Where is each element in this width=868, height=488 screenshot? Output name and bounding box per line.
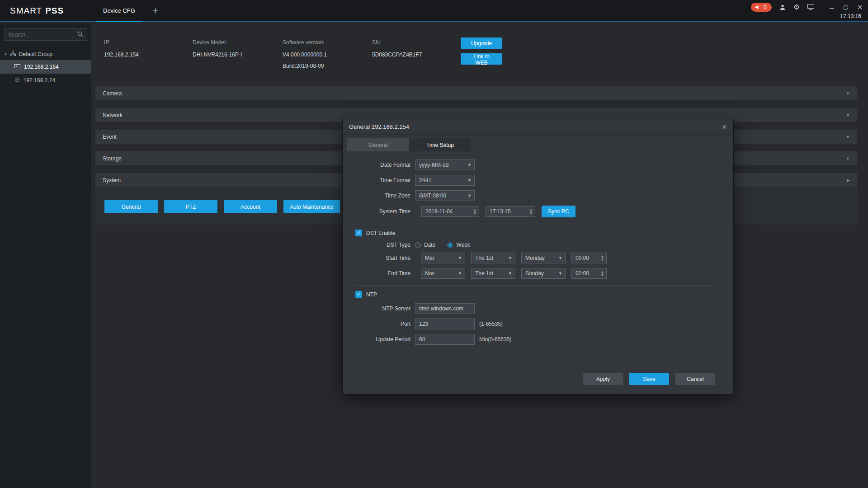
chevron-down-icon: ▼: [846, 156, 850, 161]
window-controls: [829, 5, 863, 10]
app-logo: SMART PSS: [0, 0, 91, 21]
info-software: Software version: V4.000.0000000.1 Build…: [283, 39, 372, 86]
close-icon[interactable]: [857, 5, 863, 10]
radio-date-icon[interactable]: [415, 242, 421, 248]
brand-smart: SMART: [10, 6, 42, 16]
start-clock-value: 00:00: [576, 255, 589, 261]
chevron-down-icon: ▼: [556, 271, 562, 276]
start-week-select[interactable]: The 1st ▼: [471, 253, 515, 263]
radio-week-icon[interactable]: [447, 242, 453, 248]
end-month-select[interactable]: Nov ▼: [421, 268, 465, 279]
tab-device-cfg-label: Device CFG: [103, 7, 135, 14]
chevron-down-icon: ▼: [846, 113, 850, 117]
time-zone-row: Time Zone GMT-08:00 ▼: [343, 190, 724, 201]
dst-type-label: DST Type: [343, 242, 410, 248]
speaker-icon: [755, 5, 761, 10]
chevron-down-icon: ▼: [846, 91, 850, 96]
caret-down-icon: ▾: [5, 52, 7, 56]
start-day-select[interactable]: Monday ▼: [521, 253, 566, 263]
build-value: Build:2019-08-09: [283, 63, 372, 69]
system-ptz-button[interactable]: PTZ: [164, 200, 217, 213]
device-tree: ▾ Default Group 192.168.2.154 192.168.2.…: [0, 48, 91, 87]
ntp-checkbox[interactable]: ✓: [355, 291, 362, 298]
ntp-server-input[interactable]: [415, 303, 475, 314]
upgrade-button[interactable]: Upgrade: [461, 38, 502, 49]
apply-button[interactable]: Apply: [583, 373, 623, 385]
search-input[interactable]: [8, 32, 77, 38]
general-settings-dialog: General 192.168.2.154 ✕ General Time Set…: [342, 119, 734, 394]
port-row: Port (1-65535): [343, 319, 724, 329]
tab-device-cfg[interactable]: Device CFG: [91, 0, 147, 21]
dialog-tab-time-setup[interactable]: Time Setup: [409, 138, 471, 151]
link-to-web-button[interactable]: Link to WEB: [461, 53, 502, 65]
spinner-arrows-icon: ▲▼: [529, 208, 533, 215]
dst-enable-row: ✓ DST Enable: [355, 230, 724, 236]
info-model: Device Model: DHI-NVR4216-16P-I: [193, 39, 283, 86]
device-item-label: 192.168.2.24: [24, 77, 55, 84]
time-format-select[interactable]: 24-H ▼: [415, 175, 475, 186]
info-ip: IP: 192.168.2.154: [104, 39, 193, 86]
info-sn: SN: 5D083CCPAZ4B1F7: [372, 39, 461, 86]
end-clock-spinner[interactable]: 02:00 ▲▼: [571, 268, 607, 279]
end-week-select[interactable]: The 1st ▼: [471, 268, 515, 279]
chevron-down-icon: ▼: [455, 256, 462, 260]
plus-icon: +: [152, 5, 159, 17]
restore-icon[interactable]: [843, 5, 849, 10]
user-icon[interactable]: [779, 4, 786, 10]
chevron-right-icon: ▶: [847, 178, 850, 183]
time-format-value: 24-H: [419, 177, 431, 183]
tree-group-default[interactable]: ▾ Default Group: [0, 48, 91, 60]
gear-icon[interactable]: ⚙: [793, 4, 800, 11]
search-icon[interactable]: [77, 31, 83, 39]
save-button[interactable]: Save: [629, 373, 669, 385]
date-format-row: Date Format yyyy-MM-dd ▼: [343, 160, 724, 170]
model-label: Device Model:: [193, 39, 283, 46]
model-value: DHI-NVR4216-16P-I: [193, 52, 283, 58]
dialog-title: General 192.168.2.154: [349, 123, 409, 130]
port-label: Port: [343, 321, 410, 327]
chevron-down-icon: ▼: [465, 178, 472, 183]
ip-label: IP:: [104, 39, 193, 46]
sync-pc-button[interactable]: Sync PC: [542, 206, 576, 217]
system-time-spinner[interactable]: 17:13:15 ▲▼: [486, 206, 535, 217]
ntp-enable-row: ✓ NTP: [355, 291, 724, 298]
dst-type-week-option[interactable]: Week: [447, 242, 470, 248]
date-format-select[interactable]: yyyy-MM-dd ▼: [415, 160, 475, 170]
update-period-input[interactable]: [415, 334, 475, 345]
info-buttons: Upgrade Link to WEB: [461, 38, 502, 86]
chevron-down-icon: ▼: [556, 256, 562, 260]
ntp-label: NTP: [366, 291, 377, 298]
minimize-icon[interactable]: [829, 5, 835, 10]
system-auto-maintenance-button[interactable]: Auto Maintenance: [283, 200, 340, 213]
start-month-select[interactable]: Mar ▼: [421, 253, 465, 263]
cancel-button[interactable]: Cancel: [675, 373, 715, 385]
time-zone-label: Time Zone: [343, 192, 410, 199]
section-system-label: System: [103, 177, 121, 183]
start-clock-spinner[interactable]: 00:00 ▲▼: [571, 253, 607, 263]
software-value: V4.000.0000000.1: [283, 52, 372, 58]
dst-enable-checkbox[interactable]: ✓: [355, 230, 362, 236]
update-period-row: Update Period Min(0-65535): [343, 334, 724, 345]
monitor-icon[interactable]: [807, 4, 814, 10]
time-zone-select[interactable]: GMT-08:00 ▼: [415, 190, 475, 201]
end-day-value: Sunday: [525, 270, 544, 277]
dst-date-label: Date: [424, 242, 435, 248]
port-input[interactable]: [415, 319, 475, 329]
system-general-button[interactable]: General: [104, 200, 158, 213]
end-day-select[interactable]: Sunday ▼: [521, 268, 566, 279]
device-item-24[interactable]: 192.168.2.24: [0, 74, 91, 87]
system-account-button[interactable]: Account: [224, 200, 277, 213]
system-date-spinner[interactable]: 2019-11-04 ▲▼: [421, 206, 479, 217]
start-week-value: The 1st: [475, 255, 493, 261]
chevron-down-icon: ▼: [465, 163, 472, 167]
spinner-arrows-icon: ▲▼: [601, 255, 604, 261]
device-info-panel: IP: 192.168.2.154 Device Model: DHI-NVR4…: [95, 28, 857, 86]
dst-type-date-option[interactable]: Date: [415, 242, 435, 248]
device-item-154[interactable]: 192.168.2.154: [0, 60, 91, 74]
add-tab-button[interactable]: +: [147, 0, 164, 21]
alarm-badge[interactable]: 0: [751, 3, 772, 12]
dialog-close-icon[interactable]: ✕: [722, 123, 727, 131]
time-zone-value: GMT-08:00: [419, 192, 446, 199]
section-camera[interactable]: Camera ▼: [95, 86, 857, 100]
dialog-tab-general[interactable]: General: [347, 138, 409, 151]
